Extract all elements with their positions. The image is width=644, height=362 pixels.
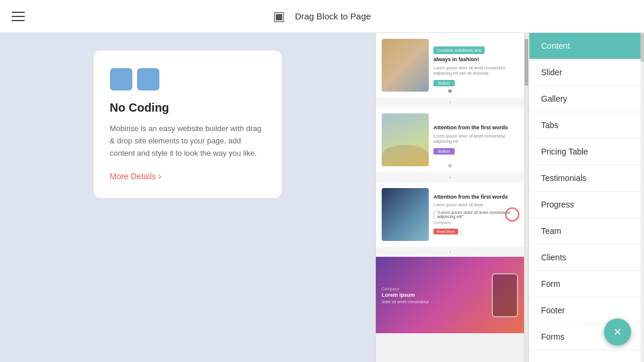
left-panel: No Coding Mobirise is an easy website bu… [0, 33, 375, 362]
dot-separator-1: • [376, 98, 524, 108]
sidebar-item-testimonials[interactable]: Testimonials [529, 165, 640, 192]
dot-separator-2: • [376, 172, 524, 182]
right-scrollbar-thumb [640, 33, 644, 62]
preview-3-company: Company [433, 220, 518, 224]
sidebar-item-tabs[interactable]: Tabs [529, 112, 640, 139]
block-preview-4[interactable]: Company Lorem ipsum dolor sit amet conse… [376, 257, 524, 333]
preview-4-title: Lorem ipsum [382, 292, 486, 298]
sidebar-item-gallery[interactable]: Gallery [529, 86, 640, 112]
preview-2-text: Lorem ipsum dolor sit amet consectetur a… [433, 133, 518, 145]
preview-3-title: Attention from the first words [433, 194, 518, 201]
dot-separator-3: • [376, 247, 524, 257]
preview-1-button: Button [433, 80, 455, 86]
feature-card: No Coding Mobirise is an easy website bu… [94, 51, 282, 198]
sidebar-item-form[interactable]: Form [529, 271, 640, 297]
top-bar-center: ▣ Drag Block to Page [273, 9, 371, 24]
sidebar-item-clients[interactable]: Clients [529, 244, 640, 271]
center-panel: Custom solutions are always in fashion! … [375, 33, 525, 362]
feature-icons [110, 68, 265, 90]
top-bar-left [12, 12, 25, 21]
block-preview-3[interactable]: Attention from the first words Lorem ips… [376, 182, 524, 247]
preview-2-image [382, 113, 429, 166]
right-scrollbar[interactable] [640, 33, 644, 362]
block-preview-2[interactable]: Attention from the first words Lorem ips… [376, 108, 524, 172]
drag-label: Drag Block to Page [295, 11, 371, 21]
top-bar: ▣ Drag Block to Page [0, 0, 644, 33]
block-preview-1[interactable]: Custom solutions are always in fashion! … [376, 33, 524, 98]
preview-2-button: Button [433, 148, 455, 155]
preview-1-title: always in fashion! [433, 56, 518, 63]
preview-3-readmore: Read More [433, 229, 458, 234]
right-sidebar: Content Slider Gallery Tabs Pricing Tabl… [529, 33, 640, 362]
feature-text: Mobirise is an easy website builder with… [110, 123, 265, 159]
feature-title: No Coding [110, 101, 265, 115]
hamburger-menu-button[interactable] [12, 12, 25, 21]
preview-3-text: Lorem ipsum dolor sit amet [433, 202, 518, 208]
preview-3-circle[interactable] [505, 207, 519, 222]
sidebar-item-content[interactable]: Content [529, 33, 640, 59]
sidebar-item-slider[interactable]: Slider [529, 59, 640, 86]
preview-3-image [382, 188, 429, 241]
arrow-icon: › [158, 171, 161, 182]
preview-2-dot [448, 164, 452, 167]
preview-1-badge: Custom solutions are [433, 46, 485, 54]
main-layout: No Coding Mobirise is an easy website bu… [0, 33, 644, 362]
center-scrollbar-thumb [525, 39, 528, 86]
more-details-link[interactable]: More Details › [110, 171, 265, 182]
preview-4-content: Company Lorem ipsum dolor sit amet conse… [382, 287, 486, 304]
preview-1-text: Lorem ipsum dolor sit amet consectetur a… [433, 65, 518, 77]
preview-4-text: dolor sit amet consectetur [382, 300, 486, 304]
preview-1-image [382, 39, 429, 92]
feature-icon-box-1 [110, 68, 132, 90]
sidebar-item-progress[interactable]: Progress [529, 192, 640, 218]
center-scrollbar[interactable] [525, 33, 528, 362]
feature-icon-box-2 [137, 68, 159, 90]
sidebar-item-team[interactable]: Team [529, 218, 640, 244]
monitor-icon: ▣ [273, 9, 285, 24]
preview-2-title: Attention from the first words [433, 125, 518, 132]
preview-1-content: Custom solutions are always in fashion! … [433, 43, 518, 87]
preview-1-dot [448, 89, 452, 93]
sidebar-item-pricing-table[interactable]: Pricing Table [529, 139, 640, 165]
preview-4-phone [492, 273, 518, 317]
preview-4-label: Company [382, 287, 486, 291]
close-fab-button[interactable]: × [604, 319, 631, 346]
preview-2-content: Attention from the first words Lorem ips… [433, 125, 518, 155]
